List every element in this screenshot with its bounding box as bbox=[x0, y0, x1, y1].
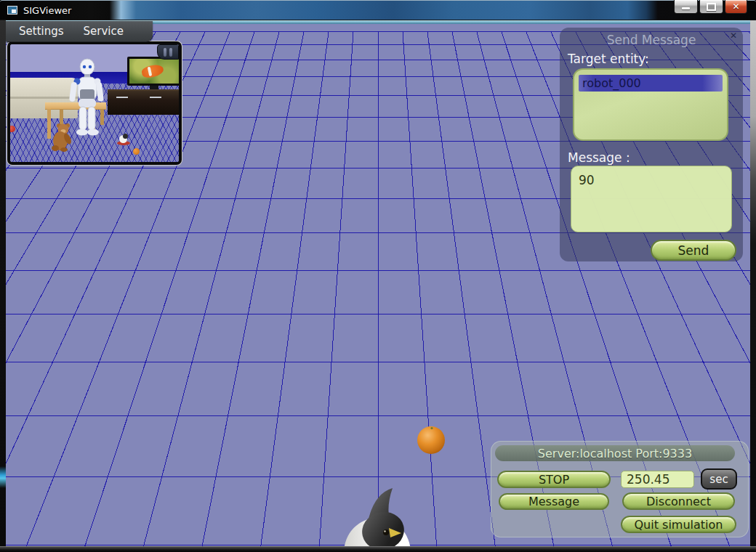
title-bar[interactable]: SIGViewer bbox=[0, 0, 756, 20]
clownfish bbox=[140, 63, 164, 79]
tv-aquarium bbox=[127, 57, 182, 86]
send-message-panel: Send Message ✕ Target entity: robot_000 … bbox=[560, 28, 743, 261]
maximize-icon bbox=[707, 3, 716, 11]
orange-ball-small bbox=[133, 148, 140, 155]
maximize-button[interactable] bbox=[699, 0, 723, 14]
send-button[interactable]: Send bbox=[651, 240, 736, 261]
window-border-bottom bbox=[0, 546, 756, 552]
close-icon: ✕ bbox=[732, 2, 739, 11]
teddy-bear bbox=[49, 121, 76, 152]
camera-preview-window[interactable] bbox=[7, 41, 182, 165]
penguin bbox=[344, 488, 411, 546]
time-field[interactable] bbox=[621, 471, 694, 488]
window-border-right bbox=[750, 20, 756, 552]
menu-service[interactable]: Service bbox=[84, 25, 124, 38]
target-entity-label: Target entity: bbox=[568, 52, 649, 66]
app-icon bbox=[7, 6, 17, 15]
simulation-control-panel: Server:localhost Port:9333 STOP sec Mess… bbox=[491, 441, 749, 537]
penguin-toy bbox=[117, 134, 130, 145]
disconnect-button[interactable]: Disconnect bbox=[622, 492, 735, 510]
message-textarea[interactable]: 90 bbox=[571, 166, 732, 232]
stop-button[interactable]: STOP bbox=[497, 471, 611, 488]
window-title: SIGViewer bbox=[23, 5, 71, 16]
minimize-button[interactable] bbox=[674, 0, 698, 14]
sigviewer-window: { "window": { "title": "SIGViewer" }, "i… bbox=[0, 0, 756, 552]
quit-simulation-button[interactable]: Quit simulation bbox=[621, 516, 736, 533]
message-button[interactable]: Message bbox=[499, 493, 609, 510]
panel-title: Send Message bbox=[560, 33, 743, 47]
tv-stand bbox=[108, 89, 182, 115]
minimize-icon bbox=[682, 7, 690, 9]
menu-bar: Settings Service bbox=[6, 21, 153, 42]
viewport-3d[interactable]: Send Message ✕ Target entity: robot_000 … bbox=[6, 20, 750, 546]
list-item-selected[interactable]: robot_000 bbox=[579, 75, 723, 92]
border-blue-glow bbox=[0, 466, 6, 488]
sec-button[interactable]: sec bbox=[701, 468, 737, 490]
close-icon[interactable]: ✕ bbox=[730, 31, 737, 41]
red-ball bbox=[8, 126, 15, 132]
orange-ball bbox=[417, 426, 445, 454]
target-entity-listbox[interactable]: robot_000 bbox=[573, 68, 728, 141]
server-info: Server:localhost Port:9333 bbox=[495, 445, 735, 461]
pause-icon[interactable] bbox=[157, 44, 179, 60]
message-label: Message : bbox=[568, 150, 630, 165]
close-button[interactable]: ✕ bbox=[725, 0, 747, 14]
menu-settings[interactable]: Settings bbox=[19, 25, 64, 38]
caption-buttons: ✕ bbox=[674, 0, 747, 14]
